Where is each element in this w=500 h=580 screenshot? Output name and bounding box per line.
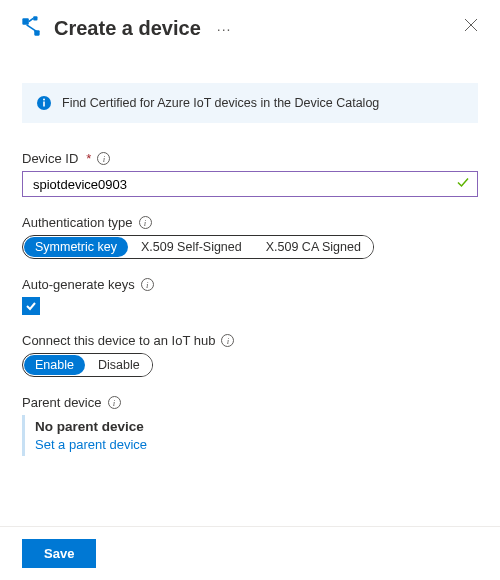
auth-option-x509-self-signed[interactable]: X.509 Self-Signed <box>129 236 254 258</box>
connect-hub-field: Connect this device to an IoT hub i Enab… <box>22 333 478 377</box>
panel-title: Create a device <box>54 17 201 40</box>
auto-generate-keys-checkbox[interactable] <box>22 297 40 315</box>
connect-hub-disable[interactable]: Disable <box>86 354 152 376</box>
save-button[interactable]: Save <box>22 539 96 568</box>
auth-type-field: Authentication type i Symmetric key X.50… <box>22 215 478 259</box>
connect-hub-toggle: Enable Disable <box>22 353 153 377</box>
more-options-button[interactable]: ··· <box>217 21 232 37</box>
close-button[interactable] <box>464 18 478 35</box>
panel-footer: Save <box>0 526 500 580</box>
device-id-label: Device ID <box>22 151 78 166</box>
device-id-help-icon[interactable]: i <box>97 152 110 165</box>
svg-rect-1 <box>33 16 37 20</box>
set-parent-device-link[interactable]: Set a parent device <box>35 437 478 452</box>
auto-generate-keys-field: Auto-generate keys i <box>22 277 478 315</box>
required-indicator: * <box>86 151 91 166</box>
svg-rect-0 <box>22 18 28 24</box>
auto-generate-keys-label: Auto-generate keys <box>22 277 135 292</box>
connect-hub-enable[interactable]: Enable <box>24 355 85 375</box>
parent-device-none-text: No parent device <box>35 419 478 434</box>
device-id-input[interactable] <box>22 171 478 197</box>
parent-device-field: Parent device i No parent device Set a p… <box>22 395 478 456</box>
auto-generate-keys-help-icon[interactable]: i <box>141 278 154 291</box>
info-bar-text: Find Certified for Azure IoT devices in … <box>62 96 379 110</box>
connect-hub-label: Connect this device to an IoT hub <box>22 333 215 348</box>
validation-check-icon <box>456 176 470 193</box>
device-id-field: Device ID * i <box>22 151 478 197</box>
auth-type-toggle: Symmetric key X.509 Self-Signed X.509 CA… <box>22 235 374 259</box>
auth-type-label: Authentication type <box>22 215 133 230</box>
auth-option-x509-ca-signed[interactable]: X.509 CA Signed <box>254 236 373 258</box>
info-icon <box>36 95 52 111</box>
parent-device-help-icon[interactable]: i <box>108 396 121 409</box>
parent-device-label: Parent device <box>22 395 102 410</box>
device-catalog-info-bar: Find Certified for Azure IoT devices in … <box>22 83 478 123</box>
svg-rect-6 <box>43 102 45 107</box>
parent-device-box: No parent device Set a parent device <box>22 415 478 456</box>
connect-hub-help-icon[interactable]: i <box>221 334 234 347</box>
auth-option-symmetric-key[interactable]: Symmetric key <box>24 237 128 257</box>
svg-point-7 <box>43 99 45 101</box>
auth-type-help-icon[interactable]: i <box>139 216 152 229</box>
iot-device-icon <box>18 14 44 43</box>
panel-header: Create a device ··· <box>0 0 500 53</box>
